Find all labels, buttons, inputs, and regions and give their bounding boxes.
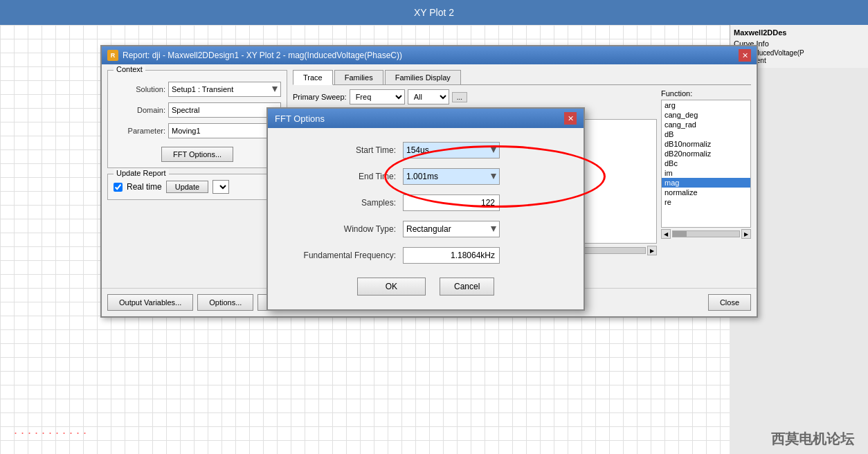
start-time-row: Start Time: 154us <box>289 142 563 158</box>
fft-cancel-button[interactable]: Cancel <box>440 278 494 296</box>
fft-close-button[interactable]: ✕ <box>564 112 577 125</box>
fft-dialog-overlay: FFT Options ✕ Start Time: 154us End Time… <box>0 0 868 454</box>
end-time-row: End Time: 1.001ms <box>289 168 563 185</box>
fundamental-freq-row: Fundamental Frequency: <box>289 247 563 264</box>
fft-dialog: FFT Options ✕ Start Time: 154us End Time… <box>266 107 585 311</box>
fft-dialog-title: FFT Options <box>275 113 325 124</box>
window-type-label: Window Type: <box>289 224 396 234</box>
fundamental-freq-label: Fundamental Frequency: <box>289 251 396 260</box>
end-time-select[interactable]: 1.001ms <box>403 168 500 185</box>
samples-input[interactable] <box>403 194 500 211</box>
samples-label: Samples: <box>289 198 396 208</box>
start-time-select[interactable]: 154us <box>403 142 500 158</box>
fundamental-freq-input[interactable] <box>403 247 500 264</box>
start-time-label: Start Time: <box>289 145 396 155</box>
window-type-row: Window Type: Rectangular <box>289 221 563 237</box>
fft-body: Start Time: 154us End Time: 1.001ms Samp… <box>268 128 584 309</box>
fft-dialog-titlebar: FFT Options ✕ <box>268 109 584 128</box>
window-type-select[interactable]: Rectangular <box>403 221 500 237</box>
end-time-label: End Time: <box>289 172 396 181</box>
samples-row: Samples: <box>289 194 563 211</box>
fft-ok-button[interactable]: OK <box>357 278 426 296</box>
fft-buttons: OK Cancel <box>289 278 563 296</box>
